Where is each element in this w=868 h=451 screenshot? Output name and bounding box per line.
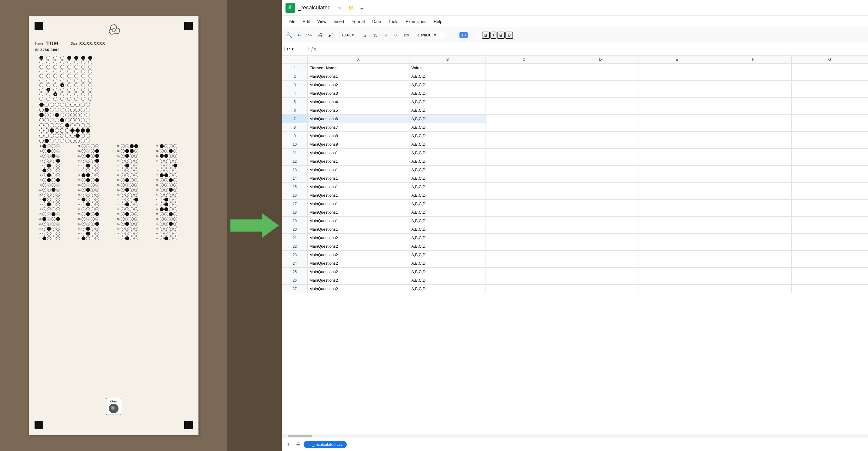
cell-b[interactable]: A,B,C,D: [409, 259, 486, 268]
cell-c[interactable]: [486, 132, 562, 140]
cell-g[interactable]: [791, 183, 868, 191]
scrollbar-thumb[interactable]: [288, 435, 312, 438]
cell-f[interactable]: [715, 106, 791, 115]
cell-g[interactable]: [791, 166, 868, 174]
cell-e[interactable]: [639, 259, 715, 268]
cell-a[interactable]: MainQuestions2: [308, 81, 409, 89]
decimal-decrease-button[interactable]: .0↙: [381, 30, 390, 40]
cell-a[interactable]: MainQuestions9: [308, 140, 409, 149]
cell-g[interactable]: [791, 123, 868, 132]
cell-b[interactable]: A,B,C,D: [409, 98, 486, 106]
cell-c[interactable]: [486, 106, 562, 115]
col-header-f[interactable]: F: [715, 56, 791, 64]
percent-button[interactable]: %: [370, 30, 380, 40]
cell-c[interactable]: [486, 157, 562, 166]
cell-d[interactable]: [562, 115, 639, 123]
cell-e[interactable]: [639, 166, 715, 174]
cell-b[interactable]: A,B,C,D: [409, 234, 486, 242]
cell-d[interactable]: [562, 276, 639, 285]
cell-g[interactable]: [791, 132, 868, 140]
cell-a[interactable]: MainQuestions1: [308, 217, 409, 225]
cell-a[interactable]: MainQuestions1: [308, 225, 409, 234]
cell-b[interactable]: A,B,C,D: [409, 225, 486, 234]
cell-g[interactable]: [791, 72, 868, 81]
cell-g[interactable]: [791, 106, 868, 115]
cell-f[interactable]: [715, 123, 791, 132]
cell-a[interactable]: MainQuestions1: [308, 191, 409, 200]
cell-f[interactable]: [715, 234, 791, 242]
cell-f[interactable]: [715, 157, 791, 166]
cell-c[interactable]: [486, 217, 562, 225]
cell-c[interactable]: [486, 251, 562, 259]
cell-reference[interactable]: I7 ▾: [284, 46, 309, 52]
cell-a[interactable]: Element Name: [308, 64, 409, 72]
cell-e[interactable]: [639, 149, 715, 157]
cell-d[interactable]: [562, 89, 639, 98]
cell-b[interactable]: A,B,C,D: [409, 115, 486, 123]
print-button[interactable]: 🖨: [315, 30, 325, 40]
cell-b[interactable]: A,B,C,D: [409, 183, 486, 191]
cell-b[interactable]: A,B,C,D: [409, 149, 486, 157]
cell-g[interactable]: [791, 115, 868, 123]
cell-a[interactable]: MainQuestions1: [308, 72, 409, 81]
cell-d[interactable]: [562, 208, 639, 217]
cell-e[interactable]: [639, 225, 715, 234]
menu-format[interactable]: Format: [348, 18, 368, 25]
cell-f[interactable]: [715, 72, 791, 81]
cell-a[interactable]: MainQuestions2: [308, 259, 409, 268]
cell-b[interactable]: A,B,C,D: [409, 285, 486, 293]
redo-button[interactable]: ↪: [305, 30, 315, 40]
col-header-b[interactable]: B: [409, 56, 486, 64]
cell-b[interactable]: A,B,C,D: [409, 132, 486, 140]
menu-tools[interactable]: Tools: [385, 18, 402, 25]
cell-d[interactable]: [562, 132, 639, 140]
cell-c[interactable]: [486, 72, 562, 81]
cell-c[interactable]: [486, 225, 562, 234]
cell-d[interactable]: [562, 140, 639, 149]
cell-e[interactable]: [639, 191, 715, 200]
cell-g[interactable]: [791, 140, 868, 149]
cell-c[interactable]: [486, 183, 562, 191]
cell-b[interactable]: A,B,C,D: [409, 268, 486, 276]
cell-g[interactable]: [791, 251, 868, 259]
cell-d[interactable]: [562, 251, 639, 259]
strikethrough-button[interactable]: S: [497, 32, 505, 39]
cell-a[interactable]: MainQuestions2: [308, 251, 409, 259]
cell-d[interactable]: [562, 242, 639, 251]
cell-g[interactable]: [791, 234, 868, 242]
col-header-c[interactable]: C: [486, 56, 562, 64]
cell-f[interactable]: [715, 191, 791, 200]
cell-f[interactable]: [715, 242, 791, 251]
cell-c[interactable]: [486, 208, 562, 217]
cell-f[interactable]: [715, 225, 791, 234]
cell-d[interactable]: [562, 106, 639, 115]
cell-b[interactable]: A,B,C,D: [409, 140, 486, 149]
cell-c[interactable]: [486, 285, 562, 293]
cell-e[interactable]: [639, 81, 715, 89]
cell-c[interactable]: [486, 268, 562, 276]
cell-d[interactable]: [562, 98, 639, 106]
cell-c[interactable]: [486, 259, 562, 268]
menu-edit[interactable]: Edit: [300, 18, 313, 25]
cell-e[interactable]: [639, 234, 715, 242]
cell-d[interactable]: [562, 285, 639, 293]
cell-b[interactable]: Value: [409, 64, 486, 72]
cell-c[interactable]: [486, 174, 562, 183]
menu-help[interactable]: Help: [431, 18, 445, 25]
cell-e[interactable]: [639, 242, 715, 251]
cell-c[interactable]: [486, 191, 562, 200]
cell-a[interactable]: MainQuestions2: [308, 285, 409, 293]
cell-g[interactable]: [791, 149, 868, 157]
cell-d[interactable]: [562, 64, 639, 72]
cell-c[interactable]: [486, 166, 562, 174]
cell-b[interactable]: A,B,C,D: [409, 166, 486, 174]
folder-icon[interactable]: 📁: [346, 4, 355, 12]
cell-f[interactable]: [715, 174, 791, 183]
cell-c[interactable]: [486, 276, 562, 285]
cell-d[interactable]: [562, 225, 639, 234]
paint-format-button[interactable]: 🖌: [326, 30, 335, 40]
cloud-icon[interactable]: ☁: [357, 4, 366, 12]
cell-b[interactable]: A,B,C,D: [409, 217, 486, 225]
cell-g[interactable]: [791, 64, 868, 72]
cell-a[interactable]: MainQuestions1: [308, 157, 409, 166]
